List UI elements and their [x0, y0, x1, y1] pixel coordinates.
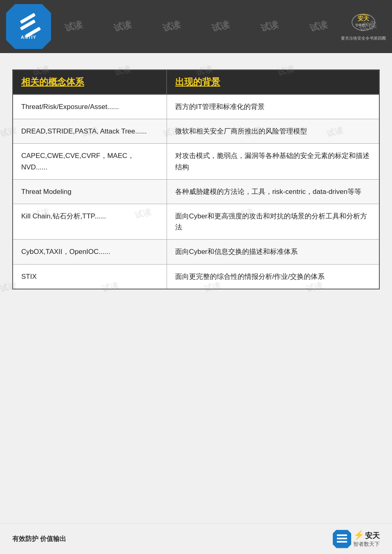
row2-left: DREAD,STRIDE,PASTA, Attack Tree......	[13, 119, 167, 144]
footer-logo-sub: 智者数天下	[353, 541, 380, 548]
col2-header: 出现的背景	[167, 70, 379, 94]
lightning-icon: ⚡	[353, 530, 364, 540]
header-watermark: 试读 试读 试读 试读 试读 试读 试读 试读	[0, 0, 392, 53]
watermark-7: 试读	[308, 18, 329, 35]
footer-logo-group: ⚡安天 智者数天下	[333, 530, 380, 548]
row7-left: STIX	[13, 264, 167, 289]
footer-antiy-logo: ⚡安天 智者数天下	[333, 530, 380, 548]
footer-logo-text-group: ⚡安天 智者数天下	[353, 530, 380, 548]
concepts-table: 相关的概念体系 出现的背景 Threat/Risk/Exposure/Asset…	[12, 69, 380, 289]
watermark-4: 试读	[161, 18, 182, 35]
watermark-2: 试读	[63, 18, 84, 35]
table-row: STIX 面向更完整的综合性的情报分析/作业/交换的体系	[13, 264, 379, 289]
watermark-5: 试读	[210, 18, 231, 35]
table-row: Threat Modeling 各种威胁建模的方法论，工具，risk-centr…	[13, 179, 379, 204]
main-content: 试读 试读 试读 试读 试读 试读 试读 试读 试读 试读 试读 试读 试读 试…	[0, 53, 392, 306]
table-row: DREAD,STRIDE,PASTA, Attack Tree...... 微软…	[13, 119, 379, 144]
row4-right: 各种威胁建模的方法论，工具，risk-centric，data-driven等等	[167, 179, 379, 204]
svg-text:智者数天下: 智者数天下	[355, 23, 372, 27]
col1-header: 相关的概念体系	[13, 70, 167, 94]
header-right-logo: 安天 智者数天下 要关注络安全令书第四圈	[341, 12, 386, 41]
row1-right: 西方的IT管理和标准化的背景	[167, 94, 379, 119]
logo-stripes-icon	[18, 13, 40, 34]
row6-left: CybOX,TAXII，OpenIOC......	[13, 240, 167, 264]
row2-right: 微软和相关安全厂商所推出的风险管理模型	[167, 119, 379, 144]
table-row: CybOX,TAXII，OpenIOC...... 面向Cyber和信息交换的描…	[13, 240, 379, 264]
row5-right: 面向Cyber和更高强度的攻击和对抗的场景的分析工具和分析方法	[167, 204, 379, 239]
row3-right: 对攻击模式，脆弱点，漏洞等各种基础的安全元素的标定和描述结构	[167, 144, 379, 179]
header: ANTIY 试读 试读 试读 试读 试读 试读 试读 试读 安天 智者数天下 要…	[0, 0, 392, 53]
footer-logo-icon	[333, 530, 351, 548]
watermark-3: 试读	[112, 18, 133, 35]
row6-right: 面向Cyber和信息交换的描述和标准体系	[167, 240, 379, 264]
header-logo: ANTIY	[6, 4, 51, 49]
row5-left: Kill Chain,钻石分析,TTP......	[13, 204, 167, 239]
watermark-6: 试读	[259, 18, 280, 35]
right-logo-icon: 安天 智者数天下	[349, 12, 378, 35]
header-right-logo-text: 要关注络安全令书第四圈	[341, 36, 386, 41]
row4-left: Threat Modeling	[13, 179, 167, 204]
footer-tagline: 有效防护 价值输出	[12, 535, 66, 543]
table-row: Threat/Risk/Exposure/Asset...... 西方的IT管理…	[13, 94, 379, 119]
table-row: Kill Chain,钻石分析,TTP...... 面向Cyber和更高强度的攻…	[13, 204, 379, 239]
row1-left: Threat/Risk/Exposure/Asset......	[13, 94, 167, 119]
footer: 有效防护 价值输出 ⚡安天 智者数天下	[0, 523, 392, 554]
table-row: CAPEC,CWE,CVE,CVRF，MAEC，NVD...... 对攻击模式，…	[13, 144, 379, 179]
footer-logo-main: ⚡安天	[353, 530, 380, 541]
svg-text:安天: 安天	[357, 15, 370, 22]
row7-right: 面向更完整的综合性的情报分析/作业/交换的体系	[167, 264, 379, 289]
row3-left: CAPEC,CWE,CVE,CVRF，MAEC，NVD......	[13, 144, 167, 179]
